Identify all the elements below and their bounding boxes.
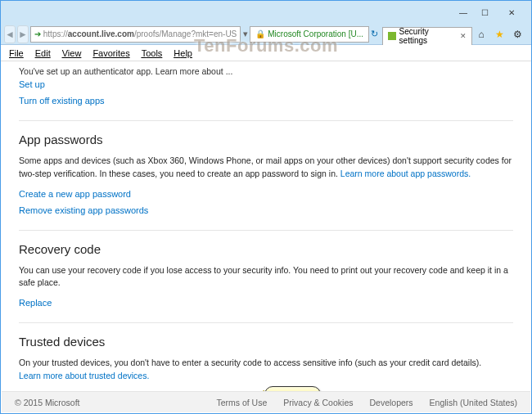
favicon-icon — [388, 32, 396, 40]
menu-bar: File Edit View Favorites Tools Help — [1, 45, 531, 61]
page-content: You've set up an authenticator app. Lear… — [1, 61, 531, 393]
secure-icon: ➔ — [34, 29, 41, 38]
url-field[interactable]: ➔ https://account.live.com/proofs/Manage… — [30, 26, 241, 43]
url-text: https://account.live.com/proofs/Manage?m… — [43, 29, 237, 38]
remove-app-passwords-link[interactable]: Remove existing app passwords — [19, 202, 513, 218]
favorites-button[interactable]: ★ — [492, 27, 507, 42]
menu-file[interactable]: File — [4, 47, 29, 60]
recovery-body: You can use your recovery code if you lo… — [19, 264, 513, 290]
trusted-title: Trusted devices — [19, 335, 513, 349]
footer: © 2015 Microsoft Terms of Use Privacy & … — [2, 391, 530, 412]
copyright: © 2015 Microsoft — [15, 398, 200, 407]
cert-badge[interactable]: 🔒 Microsoft Corporation [U... — [250, 26, 369, 43]
section-recovery-code: Recovery code You can use your recovery … — [19, 230, 513, 312]
developers-link[interactable]: Developers — [369, 398, 413, 407]
menu-edit[interactable]: Edit — [30, 47, 56, 60]
maximize-button[interactable]: ☐ — [474, 4, 495, 20]
address-bar: ◄ ► ➔ https://account.live.com/proofs/Ma… — [1, 24, 531, 45]
back-button[interactable]: ◄ — [4, 25, 16, 43]
turn-off-apps-link[interactable]: Turn off existing apps — [19, 92, 513, 109]
app-passwords-body: Some apps and devices (such as Xbox 360,… — [19, 155, 513, 181]
home-button[interactable]: ⌂ — [474, 27, 489, 42]
truncated-text: You've set up an authenticator app. Lear… — [19, 61, 513, 76]
tools-button[interactable]: ⚙ — [510, 27, 525, 42]
recovery-title: Recovery code — [19, 242, 513, 256]
tab-security-settings[interactable]: Security settings ✕ — [382, 27, 472, 45]
setup-link[interactable]: Set up — [19, 76, 513, 92]
tab-title: Security settings — [399, 27, 457, 45]
section-app-passwords: App passwords Some apps and devices (suc… — [19, 120, 513, 218]
cert-label: Microsoft Corporation [U... — [268, 29, 363, 38]
learn-app-passwords-link[interactable]: Learn more about app passwords. — [340, 168, 471, 181]
menu-view[interactable]: View — [57, 47, 87, 60]
replace-recovery-link[interactable]: Replace — [19, 295, 513, 311]
forward-button[interactable]: ► — [17, 25, 29, 43]
menu-favorites[interactable]: Favorites — [88, 47, 134, 60]
dropdown-icon[interactable]: ▾ — [242, 29, 248, 39]
minimize-button[interactable]: — — [453, 4, 474, 20]
toolbar-icons: ⌂ ★ ⚙ — [474, 27, 528, 42]
language-link[interactable]: English (United States) — [430, 398, 517, 407]
terms-link[interactable]: Terms of Use — [216, 398, 267, 407]
app-passwords-title: App passwords — [19, 133, 513, 146]
privacy-link[interactable]: Privacy & Cookies — [283, 398, 353, 407]
tab-close-button[interactable]: ✕ — [460, 32, 467, 40]
tab-strip: Security settings ✕ — [380, 24, 472, 45]
learn-trusted-link[interactable]: Learn more about trusted devices. — [19, 370, 149, 383]
titlebar: — ☐ ✕ — [1, 1, 531, 24]
menu-help[interactable]: Help — [169, 47, 197, 60]
lock-icon: 🔒 — [255, 29, 265, 38]
create-app-password-link[interactable]: Create a new app password — [19, 186, 513, 202]
close-window-button[interactable]: ✕ — [495, 4, 528, 20]
trusted-body: On your trusted devices, you don't have … — [19, 357, 513, 383]
menu-tools[interactable]: Tools — [137, 47, 168, 60]
section-trusted-devices: Trusted devices On your trusted devices,… — [19, 322, 513, 393]
refresh-button[interactable]: ↻ — [371, 29, 378, 39]
